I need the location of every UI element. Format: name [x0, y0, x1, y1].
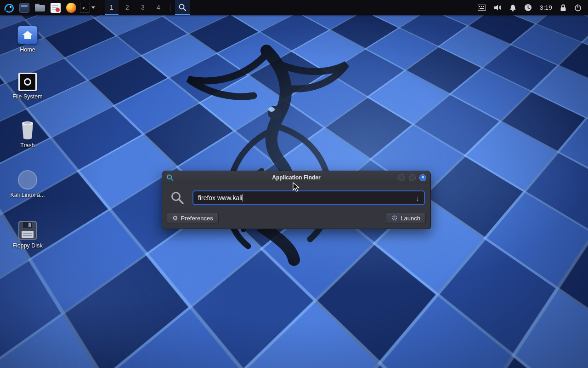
window-title: Application Finder: [162, 174, 430, 181]
workspace-label: 4: [157, 4, 160, 11]
desktop-icon-home[interactable]: Home: [4, 26, 51, 53]
desktop-icon-label: File System: [12, 93, 42, 100]
launcher-window-button[interactable]: [17, 1, 31, 14]
firefox-icon: [66, 3, 76, 13]
desktop-screen: Home File System Trash Kali Linux a... F…: [0, 0, 588, 368]
notifications-bell-icon[interactable]: [509, 0, 516, 15]
desktop-icon-floppy-disk[interactable]: Floppy Disk: [4, 221, 51, 249]
top-panel: >_ 1 2 3 4: [0, 0, 588, 15]
window-buttons: ×: [398, 174, 426, 181]
desktop-icon-kali-linux[interactable]: Kali Linux a...: [4, 170, 51, 198]
panel-separator: [100, 4, 100, 12]
minimize-button[interactable]: [398, 174, 405, 181]
launcher-firefox-button[interactable]: [64, 1, 78, 14]
text-editor-icon: [51, 3, 61, 13]
workspace-label: 3: [141, 4, 145, 11]
kali-linux-icon: [18, 170, 37, 190]
search-input[interactable]: firefox www.kali ↓: [192, 190, 425, 205]
finder-actions: ⚙ Preferences Launch: [162, 205, 430, 229]
desktop-icon-trash[interactable]: Trash: [4, 120, 51, 149]
workspace-button-4[interactable]: 4: [152, 0, 165, 15]
mouse-cursor: [292, 182, 301, 192]
launcher-terminal-button[interactable]: >_: [80, 1, 95, 14]
workspace-label: 1: [110, 4, 113, 11]
updates-globe-icon[interactable]: [524, 0, 532, 15]
close-button[interactable]: ×: [419, 174, 426, 181]
clock[interactable]: 3:19: [540, 4, 552, 11]
terminal-prompt-glyph: >_: [83, 6, 88, 10]
window-app-icon: [19, 3, 29, 13]
desktop-icon-label: Kali Linux a...: [10, 192, 45, 198]
desktop-icon-label: Trash: [20, 142, 35, 149]
volume-icon[interactable]: [494, 0, 502, 15]
gear-icon: ⚙: [172, 215, 178, 221]
file-system-icon: [18, 73, 37, 91]
workspace-label: 2: [125, 4, 129, 11]
preferences-button[interactable]: ⚙ Preferences: [167, 212, 219, 224]
keyboard-indicator-icon[interactable]: [478, 0, 486, 15]
preferences-button-label: Preferences: [181, 215, 213, 222]
search-input-value: firefox www.kali: [198, 194, 242, 201]
desktop-icon-label: Floppy Disk: [12, 242, 42, 249]
history-dropdown-icon[interactable]: ↓: [413, 194, 420, 202]
floppy-disk-icon: [18, 221, 37, 240]
panel-left-section: >_ 1 2 3 4: [0, 0, 190, 15]
finder-app-icon: [166, 174, 174, 181]
lock-screen-icon[interactable]: [560, 0, 566, 15]
home-icon: [17, 26, 38, 44]
panel-separator: [170, 4, 170, 12]
launch-gear-icon: [391, 215, 398, 221]
application-finder-window: Application Finder × firefox www.kali ↓: [162, 171, 431, 229]
launch-button-label: Launch: [401, 215, 420, 222]
workspace-button-3[interactable]: 3: [136, 0, 150, 15]
trash-icon: [18, 120, 37, 140]
launcher-text-editor-button[interactable]: [49, 1, 62, 14]
logout-power-icon[interactable]: [574, 0, 582, 15]
desktop-icon-file-system[interactable]: File System: [4, 73, 51, 100]
close-icon: ×: [422, 175, 424, 180]
kali-menu-button[interactable]: [2, 1, 16, 14]
search-icon: [170, 191, 184, 205]
magnifier-icon: [178, 3, 187, 12]
launcher-file-manager-button[interactable]: [33, 1, 47, 14]
maximize-button[interactable]: [409, 174, 416, 181]
chevron-down-icon: [91, 6, 95, 9]
launch-button[interactable]: Launch: [386, 212, 426, 224]
terminal-icon: >_: [80, 3, 90, 13]
file-manager-icon: [35, 4, 45, 12]
taskbar-application-finder-button[interactable]: [175, 0, 190, 15]
workspace-button-2[interactable]: 2: [120, 0, 134, 15]
panel-system-tray: 3:19: [478, 0, 588, 15]
house-glyph: [22, 29, 34, 40]
desktop-icon-label: Home: [20, 46, 35, 53]
kali-logo-icon: [3, 2, 14, 13]
workspace-button-1[interactable]: 1: [105, 0, 119, 15]
text-caret: [243, 194, 243, 201]
